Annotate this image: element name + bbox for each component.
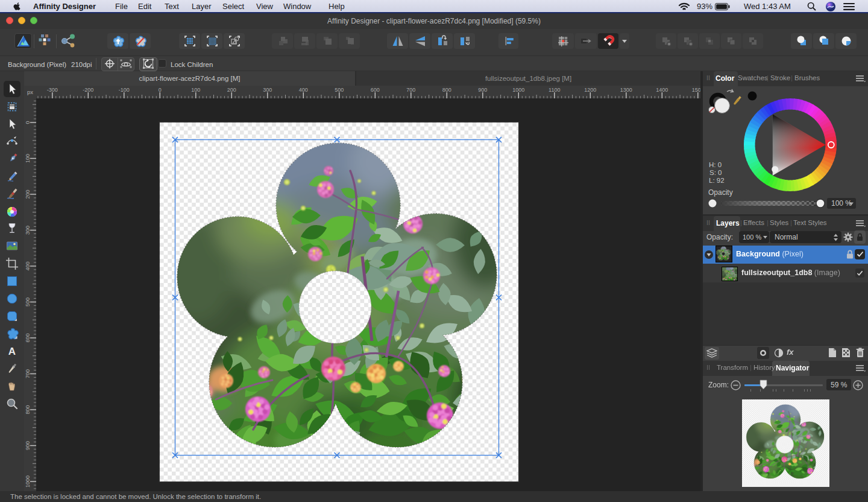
svg-text:600: 600 (371, 87, 380, 93)
svg-text:A: A (8, 346, 16, 357)
svg-text:700: 700 (25, 369, 31, 378)
svg-text:0: 0 (159, 87, 162, 93)
svg-text:300: 300 (263, 87, 272, 93)
svg-text:1200: 1200 (584, 87, 596, 93)
svg-text:1000: 1000 (25, 475, 31, 488)
svg-text:-200: -200 (83, 87, 93, 93)
svg-text:H: 0: H: 0 (709, 161, 722, 168)
svg-text:1500: 1500 (692, 87, 700, 93)
svg-text:400: 400 (299, 87, 308, 93)
svg-text:500: 500 (335, 87, 344, 93)
svg-text:100 %: 100 % (831, 199, 852, 208)
svg-text:-300: -300 (47, 87, 58, 93)
svg-text:700: 700 (406, 87, 415, 93)
svg-text:900: 900 (478, 87, 487, 93)
svg-text:900: 900 (25, 441, 31, 450)
svg-text:S: 0: S: 0 (709, 169, 722, 176)
svg-text:L: 92: L: 92 (709, 177, 725, 184)
svg-text:500: 500 (25, 297, 31, 307)
svg-text:0: 0 (25, 121, 31, 124)
svg-text:800: 800 (25, 405, 31, 414)
svg-text:1400: 1400 (656, 87, 668, 93)
svg-text:200: 200 (227, 87, 236, 93)
svg-text:1100: 1100 (549, 87, 560, 93)
svg-text:300: 300 (25, 226, 31, 235)
svg-text:1000: 1000 (512, 87, 524, 93)
svg-text:1300: 1300 (620, 87, 632, 93)
svg-text:800: 800 (442, 87, 451, 93)
svg-text:400: 400 (25, 261, 31, 270)
svg-text:600: 600 (25, 333, 31, 342)
svg-text:Opacity: Opacity (708, 188, 733, 197)
svg-text:100: 100 (25, 154, 31, 163)
svg-text:100: 100 (191, 87, 200, 93)
svg-text:-100: -100 (119, 87, 130, 93)
svg-text:200: 200 (25, 189, 31, 199)
